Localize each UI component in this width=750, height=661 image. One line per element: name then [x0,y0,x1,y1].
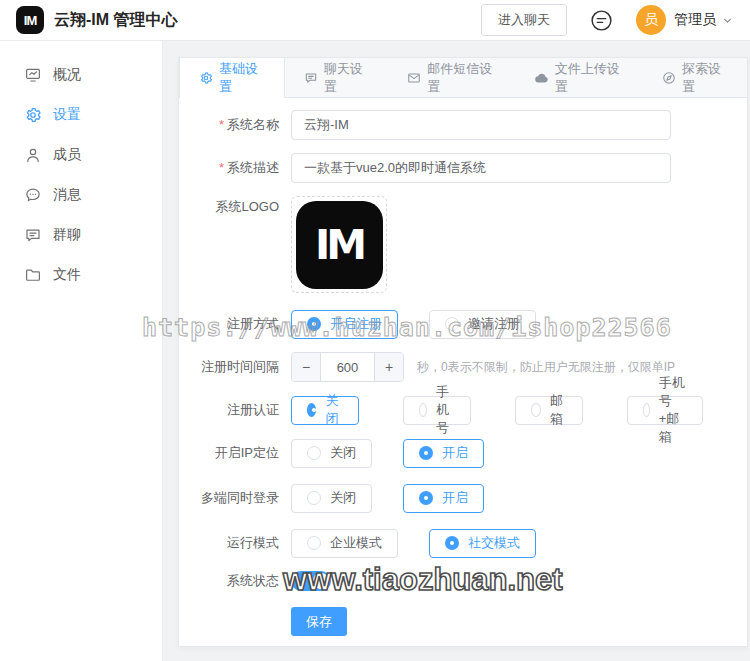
chevron-down-icon[interactable] [721,14,734,27]
page-body: 概况 设置 成员 [0,41,750,661]
register-auth-group: 关闭 手机号 邮箱 手机号+邮箱 [291,396,747,425]
radio-auth-off[interactable]: 关闭 [291,396,359,425]
radio-auth-email[interactable]: 邮箱 [515,396,583,425]
folder-icon [24,266,42,284]
app-logo: IM [16,6,44,34]
tab-basic-settings[interactable]: 基础设置 [179,58,285,98]
radio-label: 手机号+邮箱 [659,374,687,446]
sidebar-item-label: 成员 [53,146,81,164]
gear-icon [199,71,213,85]
sidebar-item-label: 设置 [53,106,81,124]
radio-auth-phone[interactable]: 手机号 [403,396,471,425]
multi-login-group: 关闭 开启 [291,484,484,513]
radio-multi-login-on[interactable]: 开启 [403,484,484,513]
sidebar-item-files[interactable]: 文件 [0,255,162,295]
form-row-save: 保存 [179,607,747,636]
register-interval-stepper: − 600 + [291,352,404,382]
form-row-multi-login: 多端同时登录 关闭 开启 [179,483,747,513]
radio-label: 关闭 [330,444,356,462]
sidebar: 概况 设置 成员 [0,41,163,661]
increase-button[interactable]: + [374,353,403,381]
mail-icon [407,71,421,85]
app-title: 云翔-IM 管理中心 [54,10,178,31]
tab-label: 聊天设置 [324,60,370,96]
required-asterisk: * [219,117,224,132]
register-mode-group: 开启注册 邀请注册 [291,310,536,339]
radio-dot-icon [307,403,316,417]
save-button[interactable]: 保存 [291,607,347,636]
form-row-register-mode: 注册方式 开启注册 邀请注册 [179,309,747,339]
sidebar-item-overview[interactable]: 概况 [0,55,162,95]
system-status-toggle[interactable] [291,571,331,591]
radio-dot-icon [307,446,321,460]
radio-ip-on[interactable]: 开启 [403,439,484,468]
radio-dot-icon [643,403,650,417]
system-name-input[interactable] [291,110,671,140]
register-interval-hint: 秒，0表示不限制，防止用户无限注册，仅限单IP [417,359,675,376]
radio-label: 社交模式 [468,534,520,552]
radio-label: 手机号 [436,383,455,437]
sidebar-item-label: 概况 [53,66,81,84]
register-mode-label: 注册方式 [179,309,279,339]
tab-file-upload-settings[interactable]: 文件上传设置 [516,58,643,97]
radio-auth-phone-email[interactable]: 手机号+邮箱 [627,396,703,425]
sidebar-item-settings[interactable]: 设置 [0,95,162,135]
message-bubble-icon [24,186,42,204]
radio-ip-off[interactable]: 关闭 [291,439,372,468]
form-row-system-desc: *系统描述 [179,153,747,183]
radio-label: 开启 [442,444,468,462]
radio-enterprise-mode[interactable]: 企业模式 [291,529,398,558]
tab-label: 基础设置 [219,60,265,96]
group-chat-icon [24,226,42,244]
ip-location-label: 开启IP定位 [179,438,279,468]
tab-explore-settings[interactable]: 探索设置 [643,58,747,97]
message-circle-icon[interactable] [589,8,614,33]
enter-chat-button[interactable]: 进入聊天 [481,4,567,36]
tab-mail-sms-settings[interactable]: 邮件短信设置 [388,58,515,97]
system-logo-image: IM [296,201,383,289]
avatar[interactable]: 员 [636,5,666,35]
radio-dot-icon [445,317,459,331]
radio-social-mode[interactable]: 社交模式 [429,529,536,558]
radio-dot-icon [419,446,433,460]
user-icon [24,146,42,164]
radio-label: 邮箱 [550,392,567,428]
sidebar-item-label: 文件 [53,266,81,284]
radio-dot-icon [307,536,321,550]
sidebar-item-label: 群聊 [53,226,81,244]
chat-square-icon [304,71,318,85]
radio-open-register[interactable]: 开启注册 [291,310,398,339]
radio-dot-icon [307,491,321,505]
tab-chat-settings[interactable]: 聊天设置 [285,58,389,97]
header-right: 进入聊天 员 管理员 [481,4,734,36]
cloud-upload-icon [535,71,549,85]
basic-settings-form: *系统名称 *系统描述 系统LOGO IM 注册方式 [179,98,747,636]
system-desc-input[interactable] [291,153,671,183]
multi-login-label: 多端同时登录 [179,483,279,513]
radio-label: 关闭 [330,489,356,507]
radio-dot-icon [445,536,459,550]
radio-dot-icon [307,317,321,331]
settings-tabbar: 基础设置 聊天设置 [179,58,747,98]
tab-label: 探索设置 [682,60,728,96]
form-row-system-logo: 系统LOGO IM [179,196,747,293]
decrease-button[interactable]: − [292,353,321,381]
radio-dot-icon [419,403,427,417]
radio-invite-register[interactable]: 邀请注册 [429,310,536,339]
radio-multi-login-off[interactable]: 关闭 [291,484,372,513]
register-interval-label: 注册时间间隔 [179,352,279,382]
sidebar-item-messages[interactable]: 消息 [0,175,162,215]
required-asterisk: * [219,160,224,175]
form-row-system-name: *系统名称 [179,110,747,140]
run-mode-group: 企业模式 社交模式 [291,529,536,558]
main-content: 基础设置 聊天设置 [163,41,750,661]
sidebar-item-group-chat[interactable]: 群聊 [0,215,162,255]
system-logo-label: 系统LOGO [179,196,279,216]
register-interval-value[interactable]: 600 [321,353,374,381]
system-name-label: *系统名称 [179,110,279,140]
logo-upload-box[interactable]: IM [291,196,387,293]
tab-label: 邮件短信设置 [427,60,496,96]
system-desc-label: *系统描述 [179,153,279,183]
run-mode-label: 运行模式 [179,528,279,558]
sidebar-item-members[interactable]: 成员 [0,135,162,175]
